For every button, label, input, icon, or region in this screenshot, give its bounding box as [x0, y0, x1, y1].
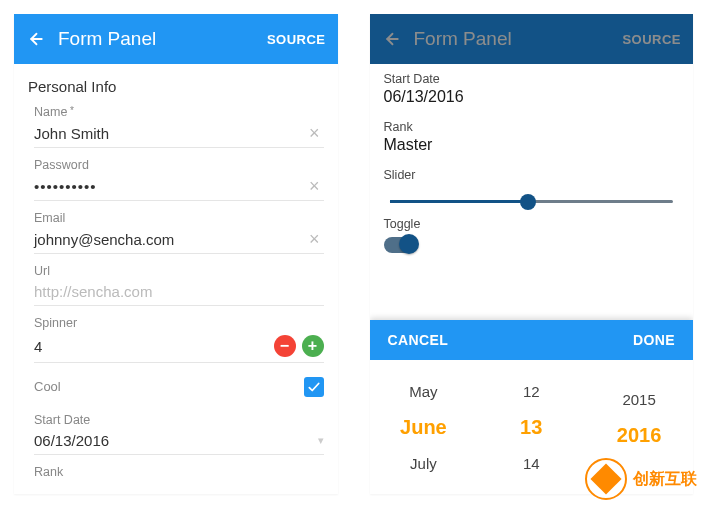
day-option-selected[interactable]: 13 — [520, 416, 542, 439]
spinner-minus-button[interactable]: − — [274, 335, 296, 357]
name-label: Name — [34, 105, 324, 119]
password-label: Password — [34, 158, 324, 172]
year-option-selected[interactable]: 2016 — [617, 424, 662, 447]
month-option[interactable]: May — [409, 383, 437, 400]
app-title: Form Panel — [414, 28, 609, 50]
password-input[interactable]: •••••••••• — [34, 178, 305, 195]
rank-label: Rank — [384, 120, 680, 134]
toggle-thumb — [399, 234, 419, 254]
spinner-field: Spinner 4 − + — [34, 316, 324, 363]
cool-field: Cool — [34, 373, 324, 403]
toggle-label: Toggle — [384, 217, 680, 231]
chevron-down-icon: ▾ — [318, 434, 324, 447]
rank-field-left: Rank — [34, 465, 324, 479]
rank-label: Rank — [34, 465, 324, 479]
watermark-badge-icon — [585, 458, 627, 500]
email-input[interactable]: johnny@sencha.com — [34, 231, 305, 248]
month-column[interactable]: May June July — [370, 360, 478, 494]
spinner-plus-button[interactable]: + — [302, 335, 324, 357]
year-option[interactable]: 2015 — [622, 391, 655, 408]
email-label: Email — [34, 211, 324, 225]
start-date-field: Start Date 06/13/2016 ▾ — [34, 413, 324, 455]
appbar: Form Panel SOURCE — [370, 14, 694, 64]
spinner-input[interactable]: 4 — [34, 338, 274, 355]
start-date-value: 06/13/2016 — [384, 88, 680, 106]
source-button: SOURCE — [622, 32, 681, 47]
slider-track[interactable] — [390, 200, 674, 203]
form-body: Personal Info Name John Smith × Password… — [14, 64, 338, 494]
rank-field: Rank Master — [384, 120, 680, 154]
day-column[interactable]: 12 13 14 — [477, 360, 585, 494]
email-field: Email johnny@sencha.com × — [34, 211, 324, 254]
password-field: Password •••••••••• × — [34, 158, 324, 201]
start-date-label: Start Date — [384, 72, 680, 86]
slider-field: Slider — [384, 168, 680, 203]
watermark: 创新互联 — [585, 458, 697, 500]
source-button[interactable]: SOURCE — [267, 32, 326, 47]
name-input[interactable]: John Smith — [34, 125, 305, 142]
clear-icon[interactable]: × — [305, 230, 324, 248]
url-field: Url http://sencha.com — [34, 264, 324, 306]
section-title: Personal Info — [28, 78, 324, 95]
done-button[interactable]: DONE — [633, 332, 675, 348]
url-label: Url — [34, 264, 324, 278]
slider-label: Slider — [384, 168, 680, 182]
back-icon — [382, 30, 400, 48]
month-option[interactable]: July — [410, 455, 437, 472]
back-icon[interactable] — [26, 30, 44, 48]
app-title: Form Panel — [58, 28, 253, 50]
appbar: Form Panel SOURCE — [14, 14, 338, 64]
toggle-field: Toggle — [384, 217, 680, 253]
cool-checkbox[interactable] — [304, 377, 324, 397]
cancel-button[interactable]: CANCEL — [388, 332, 449, 348]
date-picker-screen: Form Panel SOURCE Start Date 06/13/2016 … — [370, 14, 694, 494]
url-input[interactable]: http://sencha.com — [34, 283, 324, 300]
form-body-dimmed: Start Date 06/13/2016 Rank Master Slider… — [370, 64, 694, 281]
rank-value: Master — [384, 136, 680, 154]
spinner-label: Spinner — [34, 316, 324, 330]
day-option[interactable]: 14 — [523, 455, 540, 472]
clear-icon[interactable]: × — [305, 177, 324, 195]
slider-thumb[interactable] — [520, 194, 536, 210]
start-date-input[interactable]: 06/13/2016 — [34, 432, 318, 449]
toggle-switch[interactable] — [384, 237, 418, 253]
month-option-selected[interactable]: June — [400, 416, 447, 439]
day-option[interactable]: 12 — [523, 383, 540, 400]
start-date-field: Start Date 06/13/2016 — [384, 72, 680, 106]
clear-icon[interactable]: × — [305, 124, 324, 142]
start-date-label: Start Date — [34, 413, 324, 427]
watermark-text: 创新互联 — [633, 469, 697, 490]
cool-label: Cool — [34, 379, 61, 394]
form-panel-screen: Form Panel SOURCE Personal Info Name Joh… — [14, 14, 338, 494]
name-field: Name John Smith × — [34, 105, 324, 148]
